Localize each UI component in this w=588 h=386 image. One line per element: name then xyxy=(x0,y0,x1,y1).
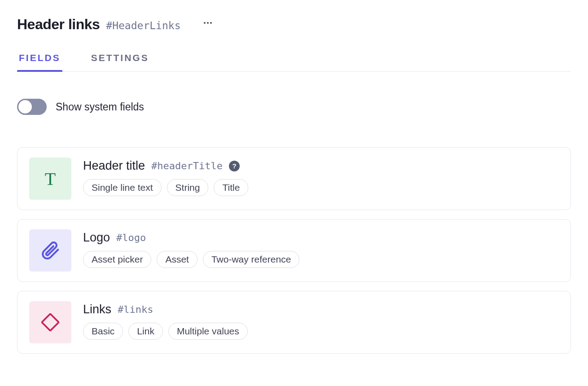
text-field-icon: T xyxy=(29,158,71,200)
field-body: Logo #logo Asset picker Asset Two-way re… xyxy=(83,229,559,268)
field-tag: Basic xyxy=(83,323,123,340)
system-fields-toggle[interactable] xyxy=(17,99,47,115)
field-card-logo[interactable]: Logo #logo Asset picker Asset Two-way re… xyxy=(17,219,571,282)
field-title: Links xyxy=(83,303,111,316)
field-card-header-title[interactable]: T Header title #headerTitle ? Single lin… xyxy=(17,147,571,210)
field-title: Logo xyxy=(83,231,110,245)
tag-row: Basic Link Multiple values xyxy=(83,323,559,340)
field-title-row: Header title #headerTitle ? xyxy=(83,159,559,173)
help-icon[interactable]: ? xyxy=(229,161,240,171)
field-body: Links #links Basic Link Multiple values xyxy=(83,301,559,340)
title-row: Header links #HeaderLinks xyxy=(17,16,571,33)
tabs: FIELDS SETTINGS xyxy=(17,47,571,72)
field-id: #logo xyxy=(116,232,146,243)
attachment-icon xyxy=(29,229,71,272)
field-tag: Single line text xyxy=(83,179,162,196)
model-id: #HeaderLinks xyxy=(106,20,180,31)
more-options-button[interactable] xyxy=(201,19,215,26)
tag-row: Asset picker Asset Two-way reference xyxy=(83,251,559,268)
tag-row: Single line text String Title xyxy=(83,179,559,196)
field-card-links[interactable]: Links #links Basic Link Multiple values xyxy=(17,291,571,354)
tab-settings[interactable]: SETTINGS xyxy=(89,47,151,71)
field-tag: Asset picker xyxy=(83,251,151,268)
field-id: #links xyxy=(118,304,153,315)
svg-rect-0 xyxy=(42,314,59,331)
field-body: Header title #headerTitle ? Single line … xyxy=(83,158,559,196)
field-tag: Title xyxy=(214,179,248,196)
system-fields-toggle-row: Show system fields xyxy=(17,99,571,115)
field-tag: Link xyxy=(128,323,163,340)
page-header: Header links #HeaderLinks FIELDS SETTING… xyxy=(0,0,588,72)
field-title: Header title xyxy=(83,159,145,173)
system-fields-toggle-label: Show system fields xyxy=(56,101,144,113)
field-tag: Two-way reference xyxy=(203,251,299,268)
field-title-row: Links #links xyxy=(83,303,559,316)
field-tag: Asset xyxy=(157,251,197,268)
field-tag: Multiple values xyxy=(168,323,248,340)
link-icon xyxy=(29,301,71,343)
content-area: Show system fields T Header title #heade… xyxy=(0,72,588,381)
field-id: #headerTitle xyxy=(151,160,223,171)
tab-fields[interactable]: FIELDS xyxy=(17,47,62,71)
field-title-row: Logo #logo xyxy=(83,231,559,245)
field-tag: String xyxy=(167,179,209,196)
page-title: Header links xyxy=(17,16,100,33)
